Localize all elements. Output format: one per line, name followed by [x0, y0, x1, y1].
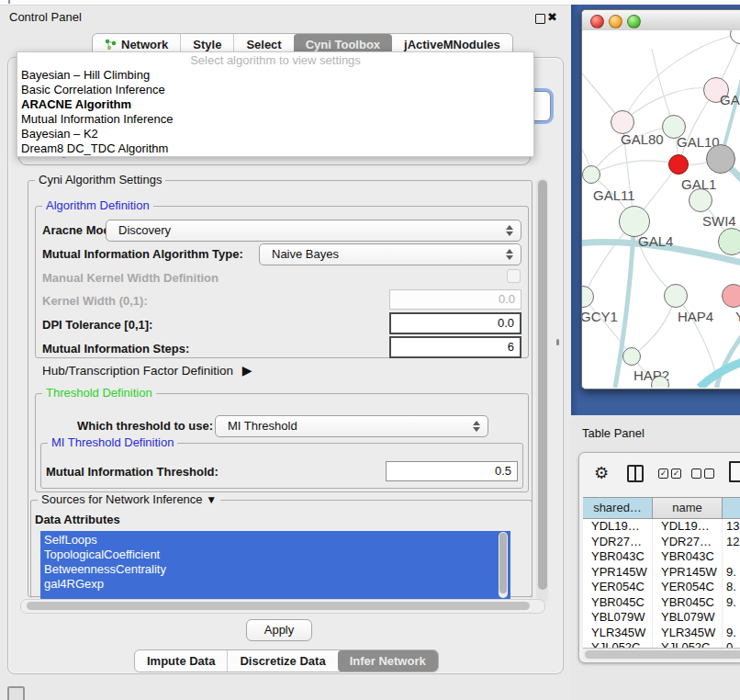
node-gal11[interactable] [582, 165, 600, 184]
table-cell[interactable]: YER054C [653, 580, 723, 595]
table-row[interactable]: YBR045CYBR045C9. [583, 595, 740, 611]
close-traffic-light[interactable] [590, 15, 604, 28]
table-cell[interactable]: YBR043C [583, 549, 653, 565]
apply-button[interactable]: Apply [246, 619, 312, 641]
node[interactable] [651, 376, 669, 388]
table-cell[interactable]: 13 [723, 519, 740, 535]
table-cell[interactable]: YDL19… [583, 519, 653, 535]
table-cell[interactable] [723, 610, 740, 626]
table-cell[interactable] [723, 549, 740, 565]
mi-type-label: Mutual Information Algorithm Type: [42, 247, 243, 262]
table-row[interactable]: YPR145WYPR145W9. [583, 565, 740, 581]
node-y[interactable] [722, 284, 740, 308]
table-cell[interactable]: YBL079W [653, 610, 723, 626]
column-header-name[interactable]: name [653, 498, 723, 518]
aracne-mode-combo[interactable]: Discovery [106, 220, 521, 242]
network-view-window: GALGAL80GAL10GAL11GAL1SWI4GAL4GCY1HAP4YH… [581, 9, 740, 390]
table-cell[interactable]: YLR345W [583, 626, 653, 641]
algorithm-option-mutual-information-inference[interactable]: Mutual Information Inference [17, 112, 533, 127]
table-row[interactable]: YER054CYER054C8. [583, 580, 740, 595]
column-header-shared[interactable]: shared… [583, 498, 653, 518]
minimized-panel-icon[interactable] [7, 686, 25, 700]
node-gal4[interactable] [619, 206, 650, 237]
node-gal1[interactable] [668, 154, 689, 175]
mi-threshold-field[interactable]: 0.5 [386, 461, 518, 481]
node-hap2[interactable] [622, 347, 641, 366]
table-cell[interactable]: YLR345W [653, 626, 723, 641]
table-cell[interactable]: YPR145W [653, 565, 723, 581]
node-table: shared…name YDL19…YDL19…13YDR27…YDR27…12… [583, 497, 740, 649]
table-row[interactable]: YLR345WYLR345W9. [583, 626, 740, 641]
aracne-mode-value: Discovery [118, 223, 171, 237]
tab-infer-network[interactable]: Infer Network [338, 650, 438, 672]
table-cell[interactable]: YPR145W [583, 565, 653, 581]
attribute-item-selfloops[interactable]: SelfLoops [40, 531, 510, 548]
algorithm-option-bayesian-hill-climbing[interactable]: Bayesian – Hill Climbing [17, 68, 533, 83]
node-hap4[interactable] [664, 284, 688, 308]
tab-discretize-data[interactable]: Discretize Data [227, 650, 337, 672]
select-all-columns-icon[interactable]: ✓✓ [658, 469, 681, 479]
table-cell[interactable]: YBR045C [583, 595, 653, 611]
minimize-traffic-light[interactable] [609, 15, 622, 28]
zoom-traffic-light[interactable] [627, 15, 641, 28]
tab-impute-data[interactable]: Impute Data [135, 650, 227, 672]
table-row[interactable]: YBR043CYBR043C [583, 549, 740, 565]
table-cell[interactable]: YBL079W [583, 610, 653, 626]
mi-steps-field[interactable]: 6 [389, 336, 521, 358]
table-cell[interactable]: YDL19… [653, 519, 723, 535]
settings-vertical-scrollbar[interactable] [536, 178, 548, 603]
panel-divider-handle[interactable] [556, 339, 559, 345]
attribute-item-topologicalcoefficient[interactable]: TopologicalCoefficient [40, 548, 510, 562]
combo-spinner-icon [506, 223, 513, 238]
network-window-titlebar[interactable] [582, 10, 740, 31]
float-window-icon[interactable] [535, 14, 545, 24]
algorithm-option-bayesian-k2[interactable]: Bayesian – K2 [17, 127, 533, 141]
node-label-hap4: HAP4 [678, 309, 713, 324]
algorithm-option-dream8-dc-tdc-algorithm[interactable]: Dream8 DC_TDC Algorithm [17, 141, 533, 156]
sources-title: Sources for Network Inference [41, 492, 203, 506]
manual-kernel-checkbox[interactable] [507, 269, 521, 283]
node-swi4[interactable] [689, 188, 712, 212]
hub-definition-expander[interactable]: Hub/Transcription Factor Definition ▶ [42, 363, 252, 378]
table-horizontal-scrollbar[interactable] [583, 648, 740, 660]
kernel-width-field[interactable]: 0.0 [389, 289, 521, 310]
column-header-3[interactable] [723, 498, 740, 518]
deselect-all-columns-icon[interactable] [691, 469, 714, 479]
table-cell[interactable]: YER054C [583, 580, 653, 595]
algorithm-option-basic-correlation-inference[interactable]: Basic Correlation Inference [17, 83, 533, 97]
node[interactable] [718, 228, 740, 255]
collapse-down-icon: ▼ [206, 493, 217, 506]
algorithm-option-aracne-algorithm[interactable]: ARACNE Algorithm [17, 97, 533, 112]
node-label-gal: GAL [720, 92, 740, 107]
network-canvas[interactable]: GALGAL80GAL10GAL11GAL1SWI4GAL4GCY1HAP4YH… [582, 30, 740, 388]
table-cell[interactable]: 9. [723, 626, 740, 641]
table-cell[interactable]: YBR043C [653, 549, 723, 565]
table-cell[interactable]: YDR27… [583, 535, 653, 550]
which-threshold-combo[interactable]: MI Threshold [215, 415, 488, 437]
table-cell[interactable]: 9. [723, 565, 740, 581]
table-row[interactable]: YDL19…YDL19…13 [583, 519, 740, 535]
attributes-list-scrollbar[interactable] [499, 532, 508, 598]
settings-horizontal-scrollbar[interactable] [20, 599, 545, 614]
data-attributes-list[interactable]: SelfLoopsTopologicalCoefficientBetweenne… [40, 531, 510, 599]
mi-type-combo[interactable]: Naive Bayes [259, 243, 521, 265]
table-cell[interactable]: 12 [723, 535, 740, 550]
attribute-item-betweennesscentrality[interactable]: BetweennessCentrality [40, 562, 510, 577]
table-cell[interactable]: 8. [723, 580, 740, 595]
table-toolbar: ⚙ ✓✓ [579, 460, 740, 490]
table-cell[interactable]: 9. [723, 595, 740, 611]
table-row[interactable]: YBL079WYBL079W [583, 610, 740, 626]
table-cell[interactable]: YBR045C [653, 595, 723, 611]
top-tick [8, 0, 10, 4]
close-icon[interactable]: ✖ [547, 10, 557, 24]
gear-icon[interactable]: ⚙ [594, 462, 609, 484]
column-view-icon[interactable] [627, 465, 644, 482]
sources-collapser[interactable]: Sources for Network Inference ▼ [38, 492, 220, 506]
table-cell[interactable]: YDR27… [653, 535, 723, 550]
algorithm-dropdown-placeholder: Select algorithm to view settings [17, 52, 533, 68]
node[interactable] [706, 144, 735, 174]
table-row[interactable]: YDR27…YDR27…12 [583, 535, 740, 550]
dpi-tolerance-field[interactable]: 0.0 [389, 312, 521, 334]
new-table-icon[interactable] [729, 461, 740, 482]
attribute-item-gal4rgexp[interactable]: gal4RGexp [40, 577, 510, 592]
